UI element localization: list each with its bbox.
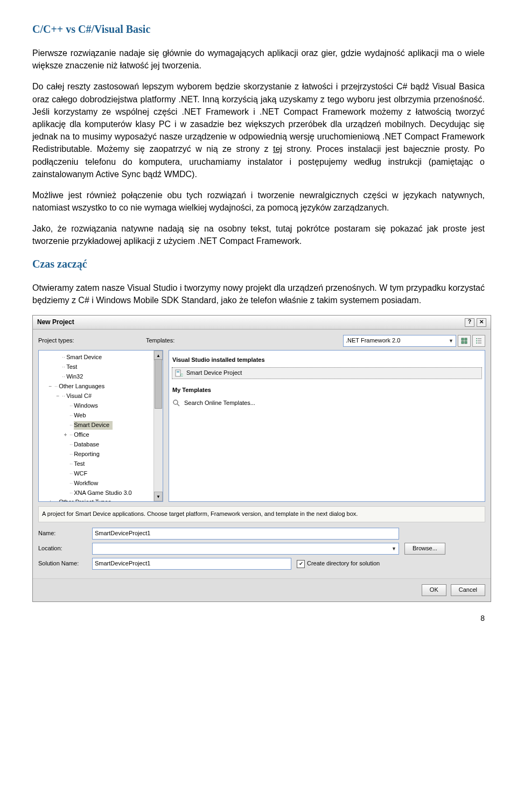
- tree-item[interactable]: ∙∙Test: [40, 362, 162, 372]
- tree-item[interactable]: ∙∙Win32: [40, 372, 162, 382]
- svg-point-13: [173, 400, 178, 404]
- tree-item[interactable]: ∙∙Reporting: [40, 450, 162, 459]
- tree-item[interactable]: +∙∙Other Project Types: [40, 498, 162, 502]
- project-types-label: Project types:: [38, 337, 92, 345]
- paragraph-open-vs: Otwieramy zatem nasze Visual Studio i tw…: [32, 282, 485, 306]
- paragraph-intro: Pierwsze rozwiązanie nadaje się głównie …: [32, 47, 485, 72]
- tree-item[interactable]: +∙∙Office: [40, 430, 162, 440]
- paragraph-mixed: Możliwe jest również połączenie obu tych…: [32, 189, 485, 214]
- framework-combo[interactable]: .NET Framework 2.0 ▼: [343, 335, 456, 347]
- tree-item[interactable]: ∙∙Test: [40, 459, 162, 469]
- svg-rect-11: [177, 371, 179, 373]
- template-search-online[interactable]: Search Online Templates...: [172, 398, 481, 409]
- close-button[interactable]: ✕: [477, 318, 486, 327]
- svg-rect-5: [476, 340, 477, 341]
- view-small-icons-button[interactable]: [472, 335, 485, 347]
- collapse-icon[interactable]: −: [47, 383, 53, 391]
- paragraph-net: Do całej reszty zastosowań lepszym wybor…: [32, 80, 485, 180]
- heading-czas-zaczac: Czas zacząć: [32, 256, 485, 272]
- templates-group-my: My Templates: [172, 386, 481, 395]
- tree-scrollbar[interactable]: ▲ ▼: [153, 351, 163, 501]
- tree-item[interactable]: ∙∙Smart Device: [40, 421, 162, 430]
- search-icon: [172, 399, 181, 408]
- tree-item[interactable]: −∙∙Visual C#: [40, 391, 162, 401]
- new-project-dialog: New Project ? ✕ Project types: Templates…: [32, 315, 491, 602]
- expand-icon[interactable]: +: [47, 499, 53, 502]
- svg-rect-4: [476, 338, 477, 339]
- chevron-down-icon: ▼: [449, 338, 453, 345]
- scroll-thumb[interactable]: [155, 359, 162, 409]
- view-large-icons-button[interactable]: [458, 335, 471, 347]
- templates-group-installed: Visual Studio installed templates: [172, 356, 481, 365]
- tree-item[interactable]: ∙∙WCF: [40, 469, 162, 479]
- svg-rect-1: [465, 338, 467, 340]
- collapse-icon[interactable]: −: [55, 393, 61, 401]
- help-button[interactable]: ?: [465, 318, 474, 327]
- svg-text:C#: C#: [180, 373, 183, 377]
- heading-ccpp-vs-csharp: C/C++ vs C#/Visual Basic: [32, 22, 485, 37]
- tree-item[interactable]: ∙∙Workflow: [40, 479, 162, 488]
- svg-line-14: [177, 404, 179, 406]
- ok-button[interactable]: OK: [422, 584, 446, 596]
- solution-name-input[interactable]: SmartDeviceProject1: [92, 558, 291, 570]
- location-label: Location:: [38, 544, 87, 553]
- templates-list[interactable]: Visual Studio installed templates C# Sma…: [169, 350, 485, 502]
- dialog-titlebar[interactable]: New Project ? ✕: [33, 316, 491, 330]
- scroll-down-icon[interactable]: ▼: [154, 492, 163, 501]
- tree-item[interactable]: −∙∙Other Languages: [40, 382, 162, 391]
- svg-rect-0: [462, 338, 464, 340]
- create-directory-checkbox[interactable]: ✔ Create directory for solution: [297, 559, 380, 568]
- page-number: 8: [32, 613, 485, 624]
- tree-item[interactable]: ∙∙Smart Device: [40, 353, 162, 362]
- checkbox-icon: ✔: [297, 560, 305, 568]
- expand-icon[interactable]: +: [62, 431, 68, 439]
- dialog-title: New Project: [37, 318, 74, 327]
- svg-rect-10: [176, 370, 180, 376]
- tree-item[interactable]: ∙∙Web: [40, 411, 162, 421]
- name-label: Name:: [38, 529, 87, 538]
- paragraph-native: Jako, że rozwiązania natywne nadają się …: [32, 222, 485, 247]
- project-types-tree[interactable]: ∙∙Smart Device∙∙Test∙∙Win32−∙∙Other Lang…: [38, 350, 163, 502]
- template-description: A project for Smart Device applications.…: [38, 506, 485, 522]
- project-icon: C#: [174, 369, 183, 377]
- tree-item[interactable]: ∙∙Database: [40, 440, 162, 450]
- svg-rect-6: [476, 342, 477, 344]
- svg-rect-3: [465, 341, 467, 344]
- template-smart-device-project[interactable]: C# Smart Device Project: [172, 368, 481, 379]
- tree-item[interactable]: ∙∙Windows: [40, 401, 162, 411]
- solution-name-label: Solution Name:: [38, 559, 87, 568]
- location-combo[interactable]: ▼: [92, 543, 399, 555]
- name-input[interactable]: SmartDeviceProject1: [92, 528, 399, 540]
- chevron-down-icon: ▼: [392, 545, 396, 552]
- link-tej[interactable]: tej: [273, 144, 282, 153]
- svg-rect-2: [462, 341, 464, 344]
- templates-label: Templates:: [146, 337, 343, 345]
- browse-button[interactable]: Browse...: [404, 543, 445, 555]
- cancel-button[interactable]: Cancel: [451, 584, 485, 596]
- tree-item[interactable]: ∙∙XNA Game Studio 3.0: [40, 488, 162, 498]
